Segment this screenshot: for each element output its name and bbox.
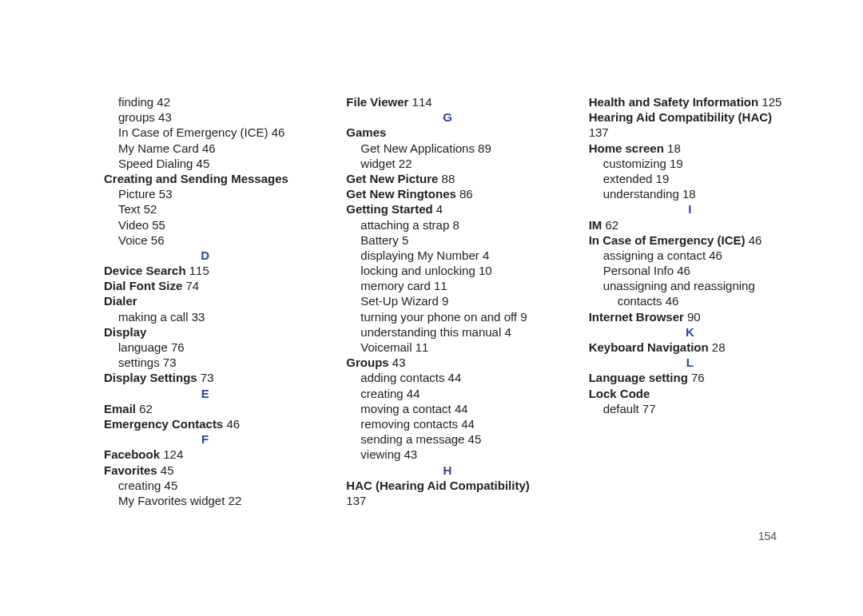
index-entry: moving a contact 44 <box>346 401 548 416</box>
section-letter: E <box>104 386 306 401</box>
entry-page: 77 <box>639 402 656 415</box>
entry-page: 76 <box>168 340 185 354</box>
index-entry: Internet Browser 90 <box>589 309 791 324</box>
entry-text: attaching a strap <box>360 218 449 232</box>
index-entry: In Case of Emergency (ICE) 46 <box>104 125 306 140</box>
entry-page: 9 <box>439 294 449 308</box>
entry-page: 43 <box>155 110 172 124</box>
index-entry: locking and unlocking 10 <box>346 263 548 278</box>
entry-text: removing contacts <box>360 417 458 431</box>
index-entry: Voicemail 11 <box>346 340 548 355</box>
entry-text: G <box>443 110 452 124</box>
entry-page: 9 <box>517 310 527 324</box>
entry-page: 88 <box>438 172 455 185</box>
entry-page: 52 <box>141 202 157 216</box>
index-entry: Display <box>104 324 306 340</box>
entry-text: Dial Font Size <box>104 279 182 292</box>
index-entry: Get New Applications 89 <box>346 141 548 156</box>
entry-text: E <box>201 387 209 400</box>
entry-text: adding contacts <box>360 371 444 384</box>
entry-page: 73 <box>197 371 214 384</box>
entry-text: displaying My Number <box>360 248 479 262</box>
entry-text: Display Settings <box>104 371 197 384</box>
entry-text: Hearing Aid Compatibility (HAC) <box>589 110 772 124</box>
entry-text: language <box>118 340 168 354</box>
index-entry: memory card 11 <box>346 278 548 293</box>
page-number: 154 <box>758 530 777 542</box>
index-entry: Language setting 76 <box>589 370 791 385</box>
entry-page: 137 <box>346 494 366 507</box>
index-entry: turning your phone on and off 9 <box>346 309 548 324</box>
entry-page: 46 <box>746 233 762 247</box>
section-letter: K <box>589 324 791 340</box>
index-entry: making a call 33 <box>104 309 306 324</box>
index-entry: Emergency Contacts 46 <box>104 416 306 431</box>
index-entry: File Viewer 114 <box>346 94 548 109</box>
entry-text: Language setting <box>589 371 688 384</box>
entry-text: Personal Info <box>603 264 674 277</box>
entry-text: I <box>688 202 691 216</box>
index-entry: groups 43 <box>104 109 306 125</box>
entry-page: 124 <box>160 447 183 461</box>
index-entry: Get New Picture 88 <box>346 171 548 186</box>
entry-text: H <box>443 463 452 477</box>
entry-text: Get New Ringtones <box>346 187 456 201</box>
entry-text: understanding this manual <box>360 325 501 339</box>
entry-page: 62 <box>136 402 153 415</box>
index-entry: assigning a contact 46 <box>589 248 791 263</box>
entry-text: Speed Dialing <box>118 157 193 170</box>
entry-page: 10 <box>475 264 492 277</box>
index-entry: settings 73 <box>104 355 306 370</box>
section-letter: F <box>104 431 306 447</box>
index-entry: My Name Card 46 <box>104 141 306 156</box>
entry-text: Internet Browser <box>589 310 684 324</box>
entry-page: 28 <box>709 340 726 354</box>
index-entry: understanding this manual 4 <box>346 324 548 340</box>
index-entry: Health and Safety Information 125 <box>589 94 791 109</box>
index-entry: understanding 18 <box>589 186 791 201</box>
index-entry: Device Search 115 <box>104 263 306 278</box>
index-entry: displaying My Number 4 <box>346 248 548 263</box>
entry-text: Creating and Sending Messages <box>104 172 288 185</box>
entry-page: 45 <box>161 479 177 492</box>
entry-page: 46 <box>199 141 216 155</box>
entry-page: 19 <box>652 172 669 185</box>
entry-text: assigning a contact <box>603 248 706 262</box>
index-entry: Keyboard Navigation 28 <box>589 340 791 355</box>
entry-text: finding <box>118 95 153 109</box>
index-entry: Hearing Aid Compatibility (HAC) 137 <box>589 109 791 140</box>
entry-text: Games <box>346 125 386 139</box>
entry-page: 4 <box>479 248 490 262</box>
entry-text: Lock Code <box>589 387 650 400</box>
entry-page: 44 <box>404 387 420 400</box>
entry-text: Emergency Contacts <box>104 417 223 431</box>
entry-text: Get New Applications <box>360 141 475 155</box>
index-entry: Speed Dialing 45 <box>104 156 306 171</box>
entry-page: 86 <box>456 187 473 201</box>
entry-text: Dialer <box>104 294 137 308</box>
index-entry: Set-Up Wizard 9 <box>346 293 548 308</box>
entry-text: Groups <box>346 356 388 369</box>
index-entry: Games <box>346 125 548 140</box>
entry-page: 33 <box>189 310 205 324</box>
index-entry: Get New Ringtones 86 <box>346 186 548 201</box>
entry-text: creating <box>360 387 403 400</box>
entry-text: contacts <box>618 294 662 308</box>
index-entry: Lock Code <box>589 386 791 401</box>
index-entry: Facebook 124 <box>104 447 306 462</box>
entry-text: IM <box>589 218 603 232</box>
entry-text: Favorites <box>104 463 157 477</box>
index-entry: language 76 <box>104 340 306 355</box>
index-entry: Voice 56 <box>104 232 306 248</box>
entry-text: groups <box>118 110 155 124</box>
entry-page: 46 <box>268 125 285 139</box>
entry-page: 46 <box>706 248 722 262</box>
entry-page: 46 <box>674 264 690 277</box>
entry-text: making a call <box>118 310 189 324</box>
entry-page: 11 <box>431 279 447 292</box>
entry-text: customizing <box>603 157 666 170</box>
entry-text: settings <box>118 356 160 369</box>
entry-page: 56 <box>148 233 165 247</box>
index-entry: HAC (Hearing Aid Compatibility) 137 <box>346 478 548 508</box>
entry-text: File Viewer <box>346 95 408 109</box>
